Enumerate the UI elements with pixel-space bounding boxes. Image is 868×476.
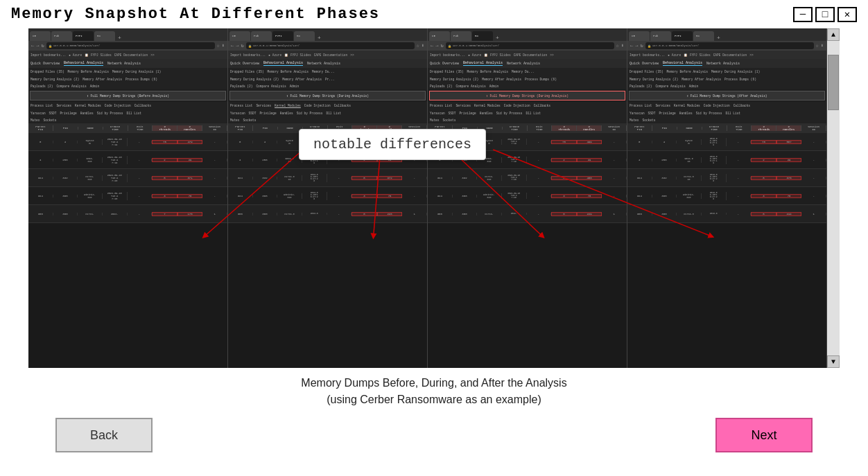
tab-2[interactable]: Pub [51,31,72,41]
pnav3-mutex-1[interactable]: Mutex [31,118,40,122]
download-btn-2[interactable]: ⬇ [422,43,424,49]
memory-dump-btn-2[interactable]: ⬆ Full Memory Dump Strings (During Analy… [229,91,426,100]
cape-subnav3-2: Payloads (2) Compare Analysis Admin [228,82,427,89]
subnav-memory-after-1[interactable]: Memory After Analysis [83,78,122,81]
memory-dump-btn-1[interactable]: ⬆ Full Memory Dump Strings (Before Analy… [30,91,226,100]
tab-add-4[interactable]: + [715,35,722,41]
cape-subnav-2: Dropped Files (35) Memory Before Analysi… [228,68,427,76]
subnav-memory-during2-1[interactable]: Memory During Analysis (2) [31,78,79,81]
table-row-2-3: 324 332 csrss.exe 2022-09-18T16:47:20 - … [228,169,427,187]
callout-box: notable differences [299,129,486,160]
pnav-code-1[interactable]: Code Injection [105,104,131,107]
download-btn-4[interactable]: ⬇ [821,43,824,49]
address-bar-4[interactable]: 🔒 127.0.0.1:8000/analysis/127/ [645,42,814,49]
tab2-4[interactable]: Mo [294,31,315,41]
pnav2-sidbyprocess-1[interactable]: Sid by Process [97,112,123,115]
next-button[interactable]: Next [715,418,813,452]
pnav2-privilege-1[interactable]: Privilege [60,112,76,115]
minimize-button[interactable]: ─ [793,7,813,22]
scroll-down-button[interactable]: ▼ [827,355,840,368]
forward-btn-2[interactable]: → [236,43,238,49]
nav-overview-1[interactable]: Quick Overview [31,62,60,66]
table-header-1: ParentPID PID Name CreateTime ExitTime #… [28,123,227,133]
pnav3-sockets-1[interactable]: Sockets [44,118,57,122]
scroll-up-button[interactable]: ▲ [827,28,840,41]
tab-3-active[interactable]: FYPI [73,31,94,41]
pnav2-dlllist-1[interactable]: Dll List [126,112,141,115]
table-row-1-2: 4 256 smss.exe 2022-09-18T16:47:19 - 2 2… [28,151,227,169]
tab-add-3[interactable]: + [494,35,501,41]
back-btn-1[interactable]: ← [31,43,34,49]
pnav2-yarascan-1[interactable]: Yarascan [31,112,46,115]
subnav-memory-during-1[interactable]: Memory During Analysis (1) [112,70,161,73]
tab2-2[interactable]: Pub [251,31,272,41]
tab-1[interactable]: C● [30,31,51,41]
back-btn-2[interactable]: ← [231,43,234,49]
forward-btn-1[interactable]: → [36,43,39,49]
tab-add-1[interactable]: + [116,35,123,41]
nav-behavioral-1[interactable]: Behavioral Analysis [64,61,103,66]
refresh-btn-2[interactable]: ↻ [241,43,243,49]
pnav-callbacks-1[interactable]: Callbacks [134,104,151,107]
caption-line1: Memory Dumps Before, During, and After t… [301,375,566,391]
forward-btn-3[interactable]: → [435,43,438,49]
back-btn-3[interactable]: ← [431,43,433,49]
bm-3[interactable]: 📋 FYPJ Slides [85,53,111,57]
subnav-dropped-1[interactable]: Dropped Files (35) [31,70,64,73]
tab4-2[interactable]: Pub [650,31,671,41]
download-btn-3[interactable]: ⬇ [621,43,624,49]
pnav-kernel-1[interactable]: Kernel Modules [75,104,101,107]
scrollbar[interactable]: ▲ ▼ [827,28,840,368]
cape-subnav3-4: Payloads (2) Compare Analysis Admin [627,82,826,89]
tab-4[interactable]: Mo [94,31,115,41]
tab2-1[interactable]: C● [229,31,250,41]
back-button[interactable]: Back [55,418,153,452]
pnav-process-list-1[interactable]: Process List [31,104,53,107]
scroll-thumb[interactable] [828,55,839,110]
browsers-container: C● Pub FYPI Mo + ← → ↻ 🔒 127.0.0.1:8000/… [28,28,827,368]
star-btn-4[interactable]: ☆ [816,43,819,49]
tab4-1[interactable]: C● [629,31,650,41]
maximize-button[interactable]: □ [815,7,835,22]
nav-network-1[interactable]: Network Analysis [107,62,141,66]
close-button[interactable]: ✕ [837,7,857,22]
tab3-3[interactable]: Mo [472,31,493,41]
pnav2-ssdt-1[interactable]: SSDT [49,112,57,115]
subnav-payloads-1[interactable]: Payloads (2) [31,85,53,88]
address-bar-3[interactable]: 🔒 127.0.0.1:8000/analysis/127/ [446,42,614,49]
tab3-2[interactable]: Pub [451,31,471,41]
memory-dump-btn-4[interactable]: ⬆ Full Memory Dump Strings (After Analys… [629,91,825,100]
star-btn-2[interactable]: ☆ [417,43,419,49]
cape-subnav-1: Dropped Files (35) Memory Before Analysi… [28,68,227,76]
refresh-btn-3[interactable]: ↻ [440,43,443,49]
tab-add-2[interactable]: + [315,35,323,41]
back-btn-4[interactable]: ← [630,43,633,49]
refresh-btn-1[interactable]: ↻ [41,43,44,49]
tab4-4[interactable]: Mo [693,31,714,41]
bm-1[interactable]: Import bookmarks... [31,53,66,57]
process-nav2-4: Yarascan SSDT Privilege Handles Sid by P… [627,109,826,116]
subnav-compare-1[interactable]: Compare Analysis [56,85,86,88]
tab4-3[interactable]: FYPI [672,31,693,41]
tab3-1[interactable]: C● [429,31,450,41]
th-parent-1: ParentPID [28,125,53,131]
forward-btn-4[interactable]: → [635,43,638,49]
memory-dump-btn-3[interactable]: ⬆ Full Memory Dump Strings (During Analy… [429,91,625,100]
subnav-admin-1[interactable]: Admin [90,85,100,88]
tab2-3-active[interactable]: FYPI [272,31,293,41]
subnav-memory-before-1[interactable]: Memory Before Analysis [68,70,109,73]
pnav-services-1[interactable]: Services [56,104,71,107]
bm-4[interactable]: CAPE Documentation [114,53,148,57]
pnav2-handles-1[interactable]: Handles [80,112,94,115]
bookmarks-bar-2: Import bookmarks... ● Azure 📋 FYPJ Slide… [228,51,427,59]
bm-2[interactable]: ● Azure [69,53,82,57]
download-btn-1[interactable]: ⬇ [222,43,225,49]
address-bar-2[interactable]: 🔒 127.0.0.1:8000/analysis/127/ [246,42,415,49]
star-btn-3[interactable]: ☆ [616,43,619,49]
bm-5[interactable]: >> [150,53,154,57]
address-bar-1[interactable]: 🔒 127.0.0.1:8000/analysis/127/ [46,42,215,49]
refresh-btn-4[interactable]: ↻ [640,43,643,49]
star-btn-1[interactable]: ☆ [217,43,220,49]
browser-window-3: C● Pub Mo + ← → ↻ 🔒 127.0.0.1:8000/analy… [428,28,627,368]
subnav-process-dumps-1[interactable]: Process Dumps (6) [125,78,157,81]
